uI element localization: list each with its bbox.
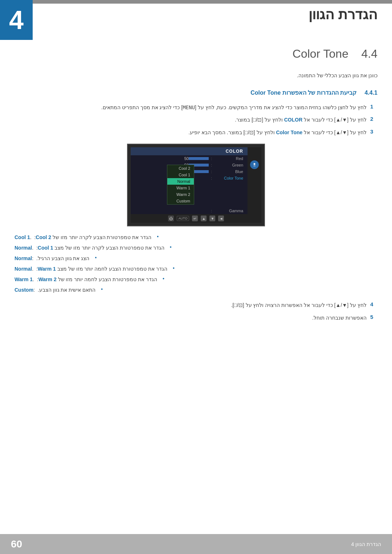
bullet-dot-custom: • [98, 286, 103, 292]
chapter-block: 4 [0, 0, 33, 40]
osd-label-green: Green [214, 163, 243, 167]
osd-label-red: Red [214, 156, 243, 161]
steps-container: לחץ על לחצן כלשהו בחזית המוצר כדי להציג … [15, 103, 377, 136]
subsection-heading: 4.4.1 קביעת ההגדרות של האפשרות Color Ton… [15, 89, 377, 96]
dropdown-normal: Normal [167, 178, 194, 185]
footer-page-num: 60 [11, 538, 22, 550]
dropdown-cool2: Cool 2 [167, 165, 194, 172]
step-4-number: 4 [370, 301, 377, 307]
bullet-cool1: הגדר את טמפרטורת הצבע לקרה יותר מזו של מ… [15, 244, 377, 252]
step-2-text: לחץ על [▼/▲] כדי לעבור אל COLOR ולחץ על … [15, 116, 367, 124]
monitor-screen: COLOR Red : 50 Green [131, 147, 261, 223]
monitor-bottom-bar: ◄ ▼ ▲ ↵ AUTO ⏻ [131, 214, 261, 223]
dropdown-warm2: Warm 2 [167, 191, 194, 198]
auto-btn: AUTO [177, 216, 189, 221]
subsection-title: קביעת ההגדרות של האפשרות Color Tone [250, 90, 356, 96]
step-5: האפשרות שנבחרה תוחל. 5 [15, 314, 377, 322]
bullet-text-custom: התאם אישית את גוון הצבע. :Custom [15, 286, 95, 294]
dropdown-cool1: Cool 1 [167, 172, 194, 178]
step-4: לחץ על [▼/▲] כדי לעבור אל האפשרות הרצויה… [15, 301, 377, 309]
nav-btn-enter: ↵ [192, 216, 198, 221]
nav-btn-power: ⏻ [168, 216, 174, 221]
osd-label-colortone: Color Tone [214, 176, 243, 180]
bullet-dot-warm2: • [160, 276, 164, 282]
chapter-title: הגדרת הגוון [309, 7, 377, 22]
osd-dropdown: Cool 2 Cool 1 Normal Warm 1 Warm 2 Custo… [167, 165, 194, 205]
step-4-text: לחץ על [▼/▲] כדי לעבור אל האפשרות הרצויה… [15, 301, 367, 309]
step-1: לחץ על לחצן כלשהו בחזית המוצר כדי להציג … [15, 103, 377, 111]
step-3-text: לחץ על [▼/▲] כדי לעבור אל Color Tone ולח… [15, 128, 367, 136]
bullet-dot-warm1: • [170, 265, 175, 271]
footer-chapter-text: הגדרת הגוון 4 [351, 541, 381, 547]
osd-label-blue: Blue [214, 169, 243, 174]
monitor-wrapper: COLOR Red : 50 Green [127, 144, 265, 226]
monitor-area: COLOR Red : 50 Green [15, 144, 377, 226]
chapter-title-area: הגדרת הגוון [309, 7, 377, 22]
section-heading: Color Tone 4.4 [15, 47, 377, 61]
bullet-text-normal: הצג את גוון הצבע הרגיל. :Normal [15, 255, 89, 262]
nav-btn-up: ▲ [201, 216, 207, 221]
bullet-text-warm2: הגדר את טמפרטורת הצבע לחמה יותר מזו של W… [15, 276, 157, 283]
bullet-list: הגדר את טמפרטורת הצבע לקרה יותר מזו של C… [15, 234, 377, 294]
bullet-custom: התאם אישית את גוון הצבע. :Custom • [15, 286, 377, 294]
bullet-dot-normal: • [92, 255, 97, 260]
main-content: כוונן את גוון הצבע הכללי של התמונה. 4.4.… [15, 73, 377, 532]
bullet-dot-cool2: • [154, 234, 159, 239]
chapter-number: 4 [9, 7, 24, 33]
step-5-text: האפשרות שנבחרה תוחל. [15, 314, 367, 322]
dropdown-warm1: Warm 1 [167, 185, 194, 191]
bullet-text-cool2: הגדר את טמפרטורת הצבע לקרה יותר מזו של C… [15, 234, 151, 241]
osd-header: COLOR [131, 147, 248, 155]
description-text: כוונן את גוון הצבע הכללי של התמונה. [15, 73, 377, 78]
section-title-text: Color Tone [293, 47, 348, 60]
osd-icon [250, 160, 259, 169]
step-3: לחץ על [▼/▲] כדי לעבור אל Color Tone ולח… [15, 128, 377, 136]
bullet-text-cool1: הגדר את טמפרטורת הצבע לקרה יותר מזו של מ… [15, 244, 164, 252]
bullet-cool2: הגדר את טמפרטורת הצבע לקרה יותר מזו של C… [15, 234, 377, 241]
osd-row-gamma: Gamma : [131, 208, 248, 214]
footer-chapter-label: הגדרת הגוון 4 [351, 541, 381, 547]
osd-content: COLOR Red : 50 Green [131, 147, 248, 214]
step-5-number: 5 [370, 314, 377, 320]
footer: הגדרת הגוון 4 60 [0, 534, 392, 554]
step-2-number: 2 [370, 116, 377, 122]
nav-btn-down: ▼ [209, 216, 215, 221]
bullet-text-warm1: הגדר את טמפרטורת הצבע לחמה יותר מזו של מ… [15, 265, 167, 273]
dropdown-custom: Custom [167, 198, 194, 204]
osd-label-gamma: Gamma [214, 209, 243, 213]
step-1-text: לחץ על לחצן כלשהו בחזית המוצר כדי להציג … [15, 103, 367, 111]
subsection-number: 4.4.1 [364, 90, 377, 96]
bullet-warm1: הגדר את טמפרטורת הצבע לחמה יותר מזו של מ… [15, 265, 377, 273]
bullet-warm2: הגדר את טמפרטורת הצבע לחמה יותר מזו של W… [15, 276, 377, 283]
footer-page-number: 60 [11, 538, 22, 550]
header-strip [0, 0, 392, 4]
osd-value-red: 50 [184, 156, 189, 161]
nav-btn-left: ◄ [218, 216, 224, 221]
bullet-dot-cool1: • [167, 244, 172, 250]
svg-point-0 [254, 163, 256, 165]
section-title: Color Tone 4.4 [293, 47, 377, 60]
step-1-number: 1 [370, 103, 377, 110]
section-number: 4.4 [362, 47, 377, 60]
step-2: לחץ על [▼/▲] כדי לעבור אל COLOR ולחץ על … [15, 116, 377, 124]
osd-row-red: Red : 50 [131, 155, 248, 162]
step-3-number: 3 [370, 128, 377, 135]
bullet-normal: הצג את גוון הצבע הרגיל. :Normal • [15, 255, 377, 262]
monitor-image: COLOR Red : 50 Green [127, 144, 265, 226]
osd-row-colortone: Color Tone : Cool 2 Cool 1 Normal Warm 1… [131, 175, 248, 181]
osd-bar-red [189, 157, 209, 160]
